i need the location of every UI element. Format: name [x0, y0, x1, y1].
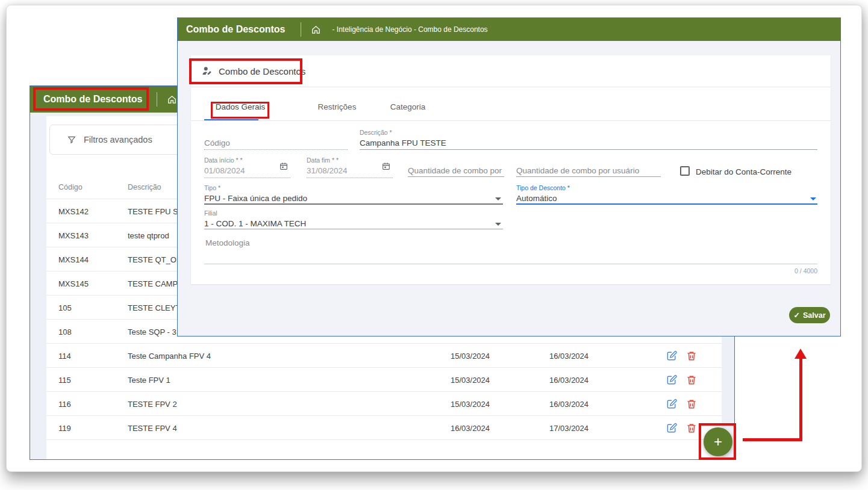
modal-page-title: Combo de Descontos — [186, 24, 285, 35]
header-descricao: Descrição — [128, 183, 161, 191]
combo-form-window: Combo de Descontos - Inteligência de Neg… — [177, 17, 841, 336]
metodologia-underline — [204, 264, 817, 264]
plus-icon: + — [714, 433, 722, 450]
chevron-down-icon[interactable] — [495, 197, 501, 200]
cell-codigo: 116 — [58, 399, 71, 408]
annotation-arrow-line — [799, 358, 802, 441]
list-page-title: Combo de Descontos — [43, 94, 142, 105]
calendar-icon[interactable] — [279, 161, 289, 171]
debitar-checkbox[interactable] — [680, 166, 690, 176]
tipo-label: Tipo * — [204, 184, 220, 191]
header-divider — [301, 22, 301, 37]
tipo-underline — [204, 203, 503, 205]
header-divider — [157, 92, 157, 107]
advanced-filters-label: Filtros avançados — [84, 135, 152, 144]
qtd-cliente-underline — [408, 176, 504, 177]
cell-codigo: 115 — [58, 375, 71, 384]
screenshot-card: Combo de Descontos Filtros avançados Cód… — [6, 5, 862, 472]
tabs-divider — [191, 120, 831, 121]
delete-icon[interactable] — [685, 374, 698, 386]
metodologia-field[interactable]: Metodologia — [205, 238, 250, 247]
cell-descricao: Teste SQP - 3 — [128, 327, 176, 336]
codigo-field[interactable]: Código — [204, 138, 230, 147]
cell-data-fim: 16/03/2024 — [549, 399, 589, 408]
data-inicio-field[interactable]: 01/08/2024 — [204, 166, 245, 175]
descricao-underline — [360, 149, 817, 150]
table-row[interactable]: 119 TESTE FPV 4 16/03/2024 17/03/2024 — [46, 416, 722, 440]
cell-data-inicio: 15/03/2024 — [451, 399, 490, 408]
home-icon[interactable] — [167, 95, 177, 105]
check-icon: ✓ — [793, 311, 799, 320]
delete-icon[interactable] — [685, 422, 698, 434]
active-tab-underline — [204, 119, 258, 120]
calendar-icon[interactable] — [381, 161, 391, 171]
cell-descricao: teste qtprod — [128, 231, 169, 240]
char-counter: 0 / 4000 — [795, 267, 817, 274]
table-row[interactable]: 115 Teste FPV 1 15/03/2024 16/03/2024 — [46, 368, 722, 392]
cell-data-fim: 16/03/2024 — [549, 375, 589, 384]
qtd-combo-cliente-field[interactable]: Quantidade de combo por clien... — [408, 166, 504, 175]
cell-descricao: Teste Campanha FPV 4 — [128, 351, 211, 360]
edit-icon[interactable] — [666, 422, 678, 434]
data-inicio-label: Data início * * — [204, 157, 243, 164]
tipo-desconto-underline — [516, 203, 817, 205]
section-header: Combo de Descontos — [191, 55, 831, 87]
data-inicio-underline — [204, 178, 290, 178]
tipo-desconto-select[interactable]: Automático — [516, 194, 557, 203]
filter-icon — [67, 135, 76, 144]
tipo-desconto-label: Tipo de Desconto * — [516, 184, 570, 191]
add-combo-fab[interactable]: + — [704, 427, 732, 456]
descricao-field[interactable]: Campanha FPU TESTE — [360, 138, 446, 147]
qtd-combo-usuario-field[interactable]: Quantidade de combo por usuário — [516, 166, 661, 175]
cell-codigo: MXS142 — [58, 206, 89, 216]
edit-icon[interactable] — [666, 350, 678, 362]
chevron-down-icon[interactable] — [810, 197, 816, 200]
cell-data-fim: 16/03/2024 — [549, 351, 589, 360]
cell-descricao: TESTE CAMPO — [128, 279, 184, 288]
data-fim-label: Data fim * * — [307, 157, 339, 164]
breadcrumb: - Inteligência de Negócio - Combo de Des… — [332, 25, 487, 34]
cell-descricao: Teste FPV 1 — [128, 375, 170, 384]
tipo-select[interactable]: FPU - Faixa única de pedido — [204, 194, 307, 203]
save-button-label: Salvar — [803, 311, 826, 320]
cell-data-inicio: 16/03/2024 — [451, 423, 490, 432]
table-row[interactable]: 114 Teste Campanha FPV 4 15/03/2024 16/0… — [46, 344, 722, 368]
tab-label: Restrições — [318, 102, 357, 111]
cell-codigo: 119 — [58, 423, 71, 432]
qtd-usuario-underline — [516, 176, 661, 177]
tab-dados-gerais[interactable]: Dados Gerais — [204, 93, 276, 120]
data-fim-field[interactable]: 31/08/2024 — [307, 166, 348, 175]
cell-codigo: 108 — [58, 327, 72, 336]
annotation-arrow-line — [743, 438, 802, 441]
home-icon[interactable] — [311, 25, 321, 35]
tab-label: Categoria — [390, 102, 426, 111]
header-codigo: Código — [58, 183, 83, 191]
debitar-label: Debitar do Conta-Corrente — [696, 167, 792, 176]
annotation-arrow-head — [795, 349, 807, 359]
section-title: Combo de Descontos — [219, 66, 305, 76]
tab-label: Dados Gerais — [216, 102, 266, 111]
table-row[interactable]: 116 TESTE FPV 2 15/03/2024 16/03/2024 — [46, 392, 722, 416]
filial-underline — [204, 229, 503, 229]
tab-restricoes[interactable]: Restrições — [299, 93, 375, 120]
cell-codigo: MXS144 — [58, 255, 89, 264]
edit-icon[interactable] — [666, 398, 678, 410]
edit-icon[interactable] — [666, 374, 678, 386]
chevron-down-icon[interactable] — [495, 223, 501, 226]
delete-icon[interactable] — [685, 398, 698, 410]
cell-codigo: MXS145 — [58, 279, 89, 288]
cell-descricao: TESTE FPV 2 — [128, 399, 177, 408]
codigo-underline — [204, 149, 348, 150]
filial-select[interactable]: 1 - COD. 1 - MAXIMA TECH — [204, 219, 306, 228]
cell-data-inicio: 15/03/2024 — [451, 351, 490, 360]
cell-descricao: TESTE FPV 4 — [128, 423, 177, 432]
tab-categoria[interactable]: Categoria — [372, 93, 444, 120]
delete-icon[interactable] — [685, 350, 698, 362]
cell-data-fim: 17/03/2024 — [549, 423, 589, 432]
save-button[interactable]: ✓ Salvar — [789, 307, 830, 323]
cell-codigo: 105 — [58, 303, 72, 312]
cell-codigo: MXS143 — [58, 231, 89, 240]
filial-label: Filial — [204, 209, 217, 217]
cell-data-inicio: 15/03/2024 — [451, 375, 490, 384]
form-card: Combo de Descontos Dados Gerais Restriçõ… — [191, 55, 831, 284]
